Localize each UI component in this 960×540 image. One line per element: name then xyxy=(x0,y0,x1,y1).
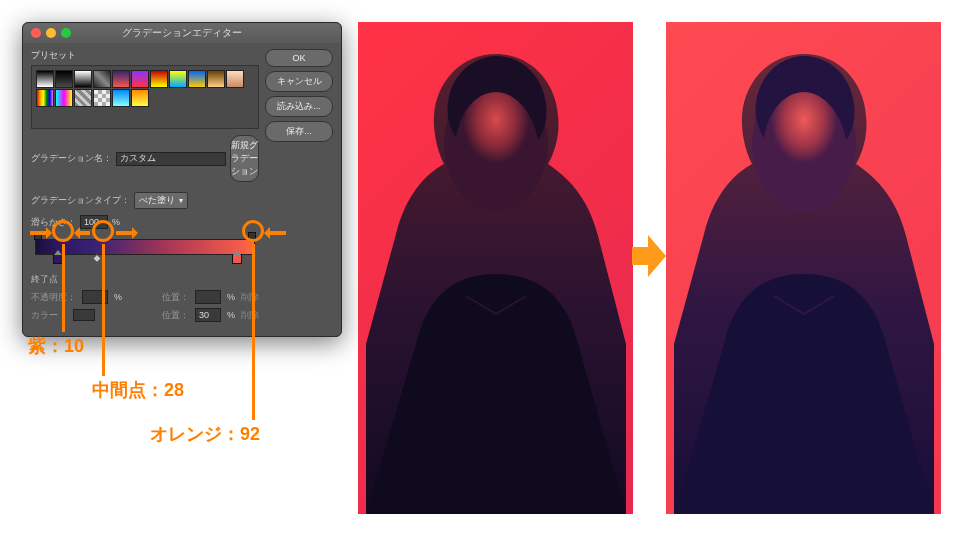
preset-swatch[interactable] xyxy=(36,89,54,107)
annotation-label-purple: 紫：10 xyxy=(28,334,84,358)
gradient-name-input[interactable] xyxy=(116,152,226,166)
position-input-bottom[interactable] xyxy=(195,308,221,322)
titlebar[interactable]: グラデーションエディター xyxy=(23,23,341,43)
preset-swatch[interactable] xyxy=(93,89,111,107)
smoothness-input[interactable] xyxy=(80,215,108,229)
preset-swatch[interactable] xyxy=(131,70,149,88)
delete-stop-button[interactable]: 削除 xyxy=(241,291,259,304)
preset-swatch[interactable] xyxy=(112,89,130,107)
position-field-label: 位置： xyxy=(162,309,189,322)
annotation-line xyxy=(252,244,255,420)
minimize-icon[interactable] xyxy=(46,28,56,38)
save-button[interactable]: 保存... xyxy=(265,121,333,142)
preset-swatch[interactable] xyxy=(131,89,149,107)
preset-swatch[interactable] xyxy=(74,70,92,88)
color-swatch-input[interactable] xyxy=(73,309,95,321)
window-controls xyxy=(31,28,71,38)
gradient-editor-dialog: グラデーションエディター プリセット xyxy=(22,22,342,337)
preset-swatch[interactable] xyxy=(188,70,206,88)
position-field-label: 位置： xyxy=(162,291,189,304)
ok-button[interactable]: OK xyxy=(265,49,333,67)
annotation-line xyxy=(102,244,105,376)
presets-panel xyxy=(31,65,259,129)
gradient-name-label: グラデーション名： xyxy=(31,152,112,165)
annotation-label-midpoint: 中間点：28 xyxy=(92,378,184,402)
preset-swatch[interactable] xyxy=(112,70,130,88)
percent-label: % xyxy=(112,217,120,227)
preset-swatch[interactable] xyxy=(55,70,73,88)
annotation-arrow-icon xyxy=(30,231,50,235)
gradient-type-label: グラデーションタイプ： xyxy=(31,194,130,207)
cancel-button[interactable]: キャンセル xyxy=(265,71,333,92)
annotation-line xyxy=(62,244,65,332)
annotation-arrow-icon xyxy=(76,231,90,235)
preset-swatch[interactable] xyxy=(74,89,92,107)
annotation-arrow-icon xyxy=(266,231,286,235)
delete-stop-button[interactable]: 削除 xyxy=(241,309,259,322)
preset-swatch[interactable] xyxy=(55,89,73,107)
gradient-bar-area xyxy=(31,239,259,255)
annotation-arrow-icon xyxy=(116,231,136,235)
close-icon[interactable] xyxy=(31,28,41,38)
preset-swatch[interactable] xyxy=(169,70,187,88)
preview-image-before xyxy=(358,22,633,514)
preset-swatch[interactable] xyxy=(226,70,244,88)
gradient-type-select[interactable]: べた塗り xyxy=(134,192,188,209)
preset-swatch[interactable] xyxy=(93,70,111,88)
new-gradient-button[interactable]: 新規グラデーション xyxy=(230,135,259,182)
midpoint-stop[interactable] xyxy=(92,254,102,264)
load-button[interactable]: 読み込み... xyxy=(265,96,333,117)
opacity-field-label: 不透明度： xyxy=(31,291,76,304)
annotation-label-orange: オレンジ：92 xyxy=(150,422,260,446)
transition-arrow-icon xyxy=(632,235,666,277)
presets-label: プリセット xyxy=(31,49,259,62)
zoom-icon[interactable] xyxy=(61,28,71,38)
gradient-bar[interactable] xyxy=(35,239,255,255)
position-input-top[interactable] xyxy=(195,290,221,304)
opacity-stop[interactable] xyxy=(248,232,256,240)
color-stop-orange[interactable] xyxy=(232,254,242,264)
preset-swatch[interactable] xyxy=(150,70,168,88)
preset-swatch[interactable] xyxy=(207,70,225,88)
stops-header: 終了点 xyxy=(31,273,259,286)
preset-swatch[interactable] xyxy=(36,70,54,88)
preview-image-after xyxy=(666,22,941,514)
